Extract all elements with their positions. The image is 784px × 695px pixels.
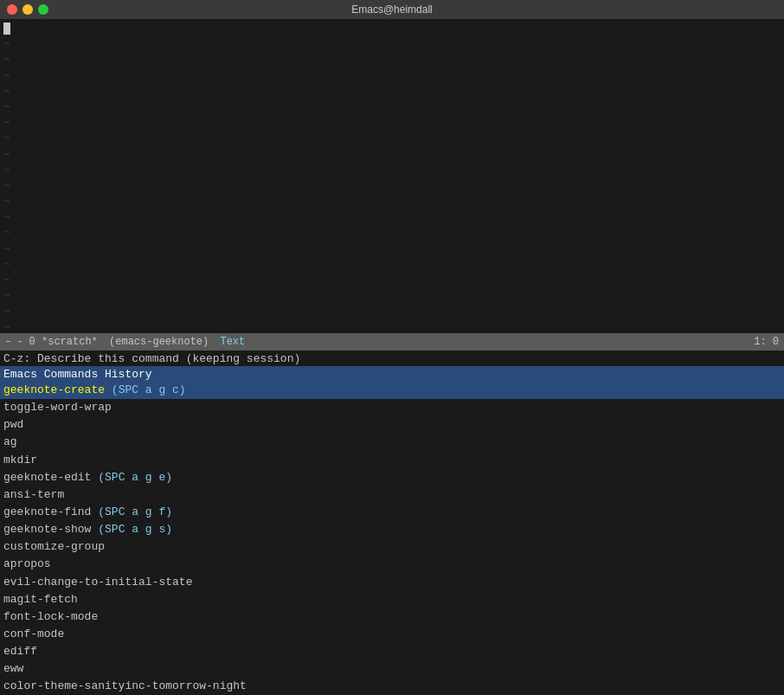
completion-item-shortcut: (SPC a g c) (112, 383, 186, 396)
major-mode: Text (220, 336, 245, 348)
completion-item-name: font-lock-mode (3, 610, 98, 623)
echo-text: C-z: Describe this command (keeping sess… (3, 352, 300, 365)
text-cursor (3, 23, 10, 35)
tilde-17: ~ (3, 288, 781, 304)
tilde-12: ~ (3, 209, 781, 225)
list-item[interactable]: conf-mode (0, 626, 784, 643)
tilde-18: ~ (3, 304, 781, 319)
mode-line-icon: – (5, 336, 11, 348)
minimize-button[interactable] (22, 4, 33, 15)
tilde-3: ~ (3, 68, 781, 84)
completion-item-name: geeknote-create (3, 383, 105, 396)
completion-item-name: pwd (3, 418, 23, 431)
tilde-15: ~ (3, 257, 781, 273)
completion-item-name: eww (3, 662, 23, 675)
list-item[interactable]: geeknote-find (SPC a g f) (0, 504, 784, 521)
list-item[interactable]: font-lock-mode (0, 608, 784, 626)
window-title: Emacs@heimdall (351, 3, 433, 16)
tilde-14: ~ (3, 241, 781, 257)
buffer-status: - 0 *scratch* (16, 336, 98, 348)
completion-item-shortcut: (SPC a g s) (98, 523, 172, 536)
editor-area: ~ ~ ~ ~ ~ ~ ~ ~ ~ ~ ~ ~ ~ ~ ~ ~ ~ ~ ~ ~ … (0, 19, 784, 333)
title-bar: Emacs@heimdall (0, 0, 784, 19)
list-item[interactable]: pwd (0, 416, 784, 434)
close-button[interactable] (7, 4, 17, 15)
completion-item-name: conf-mode (3, 627, 64, 640)
completion-item-shortcut: (SPC a g f) (98, 505, 172, 518)
list-item[interactable]: geeknote-show (SPC a g s) (0, 521, 784, 538)
list-item[interactable]: color-theme-sanityinc-tomorrow-night (0, 678, 784, 695)
list-item[interactable]: toggle-word-wrap (0, 399, 784, 416)
completion-list[interactable]: geeknote-create (SPC a g c) toggle-word-… (0, 382, 784, 695)
completion-item-name: ansi-term (3, 488, 64, 501)
completion-item-name: mkdir (3, 454, 37, 467)
tilde-5: ~ (3, 100, 781, 115)
completion-item-shortcut: (SPC a g e) (98, 471, 172, 484)
cursor-line (3, 21, 781, 36)
list-item[interactable]: ansi-term (0, 486, 784, 504)
tilde-6: ~ (3, 115, 781, 131)
completion-header-text: Emacs Commands History (3, 368, 152, 381)
completion-item-name: geeknote-edit (3, 471, 91, 484)
tilde-19: ~ (3, 320, 781, 333)
tilde-7: ~ (3, 131, 781, 146)
list-item[interactable]: evil-change-to-initial-state (0, 574, 784, 591)
list-item[interactable]: mkdir (0, 452, 784, 469)
completion-item-name: evil-change-to-initial-state (3, 576, 192, 589)
buffer-name: (emacs-geeknote) (103, 336, 215, 348)
list-item[interactable]: ag (0, 434, 784, 451)
list-item[interactable]: apropos (0, 556, 784, 573)
completion-item-name: color-theme-sanityinc-tomorrow-night (3, 679, 247, 692)
maximize-button[interactable] (38, 4, 48, 15)
mode-line-left: – - 0 *scratch* (emacs-geeknote) Text (5, 336, 747, 348)
tilde-2: ~ (3, 52, 781, 68)
completion-item-name: geeknote-show (3, 523, 91, 536)
list-item[interactable]: ediff (0, 643, 784, 660)
completion-item-name: ag (3, 435, 17, 448)
tilde-16: ~ (3, 273, 781, 288)
completion-item-name: magit-fetch (3, 593, 78, 606)
completion-item-selected[interactable]: geeknote-create (SPC a g c) (0, 382, 784, 399)
completion-header: Emacs Commands History (0, 366, 784, 382)
completion-item-name: ediff (3, 645, 37, 658)
completion-item-name: toggle-word-wrap (3, 401, 112, 414)
list-item[interactable]: customize-group (0, 538, 784, 556)
list-item[interactable]: magit-fetch (0, 591, 784, 608)
tilde-4: ~ (3, 84, 781, 100)
list-item[interactable]: geeknote-edit (SPC a g e) (0, 469, 784, 486)
echo-area: C-z: Describe this command (keeping sess… (0, 351, 784, 366)
mode-line: – - 0 *scratch* (emacs-geeknote) Text 1:… (0, 333, 784, 351)
list-item[interactable]: eww (0, 660, 784, 678)
mode-line-position: 1: 0 (754, 336, 779, 348)
completion-item-name: apropos (3, 557, 51, 570)
tilde-10: ~ (3, 178, 781, 194)
completion-item-name: geeknote-find (3, 505, 91, 518)
tilde-11: ~ (3, 194, 781, 209)
tilde-9: ~ (3, 163, 781, 178)
tilde-13: ~ (3, 225, 781, 241)
window-controls (7, 4, 48, 15)
completion-item-name: customize-group (3, 540, 105, 553)
tilde-8: ~ (3, 147, 781, 163)
tilde-1: ~ (3, 36, 781, 52)
